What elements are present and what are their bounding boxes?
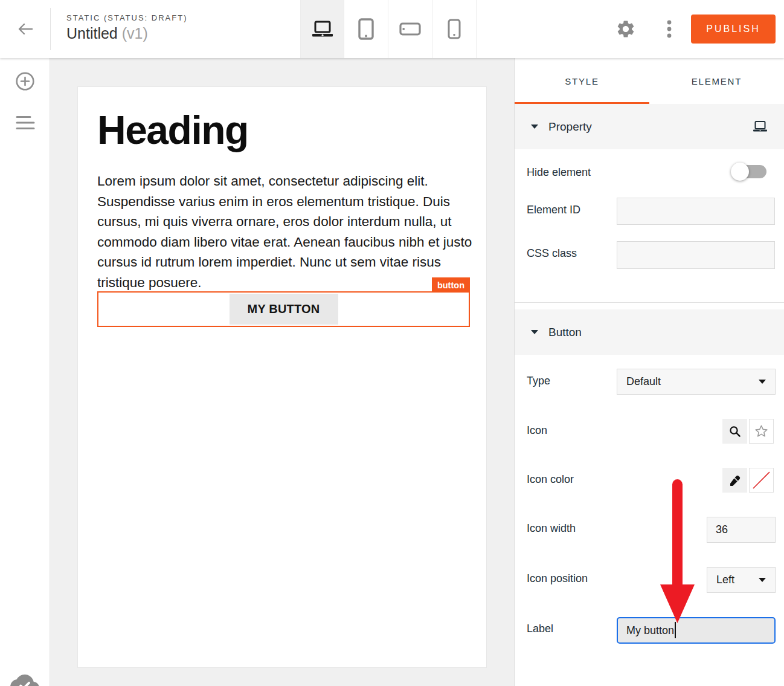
element-id-input[interactable] — [617, 198, 775, 225]
chevron-down-icon — [759, 578, 766, 582]
device-switcher — [300, 0, 477, 58]
desktop-icon — [312, 19, 333, 39]
element-type-badge: button — [432, 277, 470, 293]
icon-color-none-swatch[interactable] — [749, 468, 774, 493]
icon-preview-button[interactable] — [749, 419, 774, 444]
element-id-label: Element ID — [527, 204, 580, 216]
label-label: Label — [527, 623, 553, 635]
icon-position-value: Left — [716, 574, 734, 586]
icon-search-button[interactable] — [722, 419, 747, 444]
device-tab-tablet[interactable] — [344, 0, 388, 58]
header-divider — [50, 8, 51, 50]
settings-panel: STYLE ELEMENT Property Hide element Elem… — [514, 58, 784, 686]
type-value: Default — [626, 375, 661, 388]
icon-color-label: Icon color — [527, 473, 574, 486]
selected-button-element[interactable]: button MY BUTTON — [97, 291, 470, 327]
css-class-input[interactable] — [617, 241, 775, 269]
settings-button[interactable] — [615, 18, 637, 40]
outline-tree-button[interactable] — [16, 115, 35, 133]
back-button[interactable] — [0, 0, 50, 58]
document-title-block: STATIC (STATUS: DRAFT) Untitled (v1) — [66, 13, 187, 42]
hide-element-toggle[interactable] — [733, 165, 766, 178]
search-icon — [728, 425, 742, 438]
label-input[interactable] — [617, 617, 776, 644]
editor-canvas: Heading Lorem ipsum dolor sit amet, cons… — [50, 58, 514, 686]
tab-element[interactable]: ELEMENT — [649, 58, 784, 104]
icon-position-label: Icon position — [527, 572, 588, 585]
section-title: Property — [548, 120, 592, 134]
device-tab-mobile-portrait[interactable] — [432, 0, 477, 58]
hide-element-label: Hide element — [527, 166, 591, 179]
icon-color-picker-button[interactable] — [722, 468, 747, 493]
device-tab-desktop[interactable] — [300, 0, 344, 58]
chevron-down-icon — [759, 380, 766, 384]
canvas-button[interactable]: MY BUTTON — [230, 294, 338, 325]
left-toolbar — [0, 58, 50, 686]
gear-icon — [615, 19, 636, 39]
mobile-portrait-icon — [448, 19, 461, 39]
section-title: Button — [548, 326, 582, 339]
tablet-icon — [358, 18, 374, 40]
publish-button[interactable]: PUBLISH — [691, 15, 776, 44]
tab-style[interactable]: STYLE — [515, 58, 649, 104]
top-bar: STATIC (STATUS: DRAFT) Untitled (v1) — [0, 0, 784, 58]
kebab-menu-icon — [667, 19, 672, 39]
eyedropper-icon — [728, 474, 742, 487]
css-class-label: CSS class — [527, 247, 577, 260]
arrow-left-icon — [16, 20, 34, 38]
document-name: Untitled — [66, 25, 118, 42]
canvas-heading[interactable]: Heading — [97, 108, 248, 154]
chevron-down-icon — [531, 330, 538, 334]
section-header-button[interactable]: Button — [515, 309, 784, 355]
scope-indicator — [753, 120, 768, 133]
section-header-property[interactable]: Property — [515, 104, 784, 149]
toggle-knob — [731, 163, 749, 181]
section-divider — [515, 302, 784, 303]
type-label: Type — [527, 375, 550, 387]
red-down-arrow-annotation — [660, 479, 696, 624]
page-card: Heading Lorem ipsum dolor sit amet, cons… — [77, 86, 487, 668]
cloud-check-icon — [10, 672, 39, 686]
more-menu-button[interactable] — [662, 18, 676, 40]
panel-tabs: STYLE ELEMENT — [515, 58, 784, 104]
status-eyebrow: STATIC (STATUS: DRAFT) — [66, 13, 187, 22]
document-title: Untitled (v1) — [66, 25, 187, 42]
no-color-swatch-icon — [750, 468, 773, 492]
outline-list-icon — [16, 115, 35, 131]
device-tab-mobile-landscape[interactable] — [388, 0, 432, 58]
document-version: (v1) — [122, 25, 148, 42]
icon-width-label: Icon width — [527, 522, 576, 535]
icon-width-input[interactable] — [707, 517, 776, 543]
app-window: STATIC (STATUS: DRAFT) Untitled (v1) — [0, 0, 784, 686]
icon-label: Icon — [527, 424, 547, 437]
chevron-down-icon — [531, 125, 538, 129]
icon-position-dropdown[interactable]: Left — [707, 567, 776, 593]
type-dropdown[interactable]: Default — [617, 369, 776, 395]
canvas-paragraph[interactable]: Lorem ipsum dolor sit amet, consectetur … — [97, 171, 473, 293]
save-status-indicator — [10, 672, 39, 686]
add-circle-icon — [15, 71, 35, 91]
text-cursor — [675, 622, 676, 638]
add-element-button[interactable] — [15, 71, 35, 94]
laptop-icon — [753, 120, 768, 133]
mobile-landscape-icon — [399, 22, 421, 36]
star-icon — [754, 424, 769, 439]
